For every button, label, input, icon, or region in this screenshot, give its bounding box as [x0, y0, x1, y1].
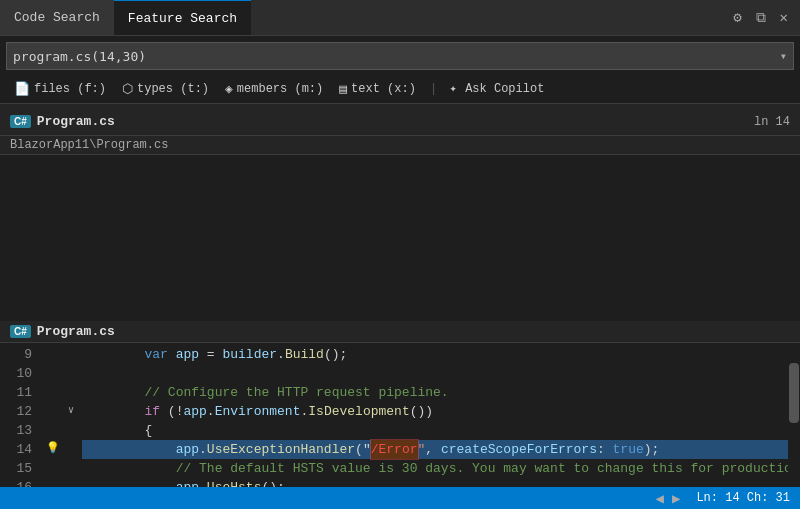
- code-token: (!: [160, 402, 183, 421]
- code-token: .: [277, 345, 285, 364]
- close-icon[interactable]: ✕: [776, 7, 792, 28]
- code-file-name: Program.cs: [37, 324, 115, 339]
- text-icon: ▤: [339, 81, 347, 97]
- code-token: IsDevelopment: [308, 402, 409, 421]
- code-token: ();: [324, 345, 347, 364]
- code-token: Environment: [215, 402, 301, 421]
- code-line: app.UseExceptionHandler("/Error", create…: [82, 440, 788, 459]
- code-token: createScopeForErrors: [441, 440, 597, 459]
- search-input[interactable]: [13, 49, 780, 64]
- code-token: app: [176, 345, 199, 364]
- tab-code-search[interactable]: Code Search: [0, 0, 114, 35]
- empty-results-space: [0, 155, 800, 321]
- types-icon: ⬡: [122, 81, 133, 97]
- code-token: ,: [425, 440, 441, 459]
- gutter-cell[interactable]: 💡: [42, 438, 64, 457]
- code-token: .: [199, 440, 207, 459]
- gutter-cell: [42, 457, 64, 476]
- nav-next-button[interactable]: ▶: [670, 488, 682, 509]
- code-line: // The default HSTS value is 30 days. Yo…: [82, 459, 788, 478]
- code-token: app: [183, 402, 206, 421]
- code-token: (": [355, 440, 371, 459]
- code-token: [168, 345, 176, 364]
- title-bar: Code Search Feature Search ⚙ ⧉ ✕: [0, 0, 800, 36]
- filter-text[interactable]: ▤ text (x:): [333, 79, 422, 99]
- code-token: :: [597, 440, 613, 459]
- code-token: UseHsts: [207, 478, 262, 487]
- arrow-cell: [64, 381, 78, 400]
- title-bar-actions: ⚙ ⧉ ✕: [729, 0, 800, 35]
- arrow-cell: [64, 457, 78, 476]
- filter-files[interactable]: 📄 files (f:): [8, 79, 112, 99]
- cs-badge: C#: [10, 115, 31, 128]
- code-line: if (!app.Environment.IsDevelopment()): [82, 402, 788, 421]
- code-cs-badge: C#: [10, 325, 31, 338]
- gutter-col: 💡: [42, 343, 64, 487]
- arrow-cell: [64, 476, 78, 487]
- gutter-cell: [42, 381, 64, 400]
- code-token: ": [418, 440, 426, 459]
- arrow-col: ∨: [64, 343, 78, 487]
- code-token: builder: [222, 345, 277, 364]
- arrow-cell: [64, 362, 78, 381]
- gutter-cell: [42, 362, 64, 381]
- gutter-cell: [42, 476, 64, 487]
- code-token: var: [144, 345, 167, 364]
- code-token: Build: [285, 345, 324, 364]
- code-token: ()): [410, 402, 433, 421]
- code-token: // The default HSTS value is 30 days. Yo…: [176, 459, 788, 478]
- nav-arrows: ◀ ▶: [654, 488, 683, 509]
- filter-types[interactable]: ⬡ types (t:): [116, 79, 215, 99]
- results-area: C# Program.cs ln 14 BlazorApp11\Program.…: [0, 104, 800, 155]
- result-file-path: BlazorApp11\Program.cs: [0, 136, 800, 155]
- code-token: .: [300, 402, 308, 421]
- filter-members[interactable]: ◈ members (m:): [219, 79, 329, 99]
- code-line: [82, 364, 788, 383]
- code-token: app: [176, 478, 199, 487]
- gutter-cell: [42, 400, 64, 419]
- scrollbar-thumb[interactable]: [789, 363, 799, 423]
- gutter-cell: [42, 343, 64, 362]
- files-icon: 📄: [14, 81, 30, 97]
- search-bar-container: ▾: [6, 42, 794, 70]
- code-line: {: [82, 421, 788, 440]
- copilot-icon: ✦: [445, 81, 461, 97]
- code-token: .: [207, 402, 215, 421]
- result-file-header: C# Program.cs ln 14: [0, 108, 800, 136]
- filter-bar: 📄 files (f:) ⬡ types (t:) ◈ members (m:)…: [0, 74, 800, 104]
- code-content: var app = builder.Build(); // Configure …: [78, 343, 788, 487]
- code-token: // Configure the HTTP request pipeline.: [144, 383, 448, 402]
- code-token: if: [144, 402, 160, 421]
- arrow-cell: [64, 419, 78, 438]
- code-token: ();: [261, 478, 284, 487]
- tab-feature-search[interactable]: Feature Search: [114, 0, 251, 35]
- code-line: var app = builder.Build();: [82, 345, 788, 364]
- maximize-icon[interactable]: ⧉: [752, 8, 770, 28]
- code-token: =: [199, 345, 222, 364]
- result-file-name: Program.cs: [37, 114, 115, 129]
- ask-copilot-button[interactable]: ✦ Ask Copilot: [445, 81, 544, 97]
- code-file-header: C# Program.cs: [0, 321, 800, 343]
- code-token: true: [613, 440, 644, 459]
- search-options-icon[interactable]: ▾: [780, 49, 787, 64]
- scrollbar-track[interactable]: [788, 343, 800, 487]
- app-container: Code Search Feature Search ⚙ ⧉ ✕ ▾ 📄 fil…: [0, 0, 800, 509]
- code-token: .: [199, 478, 207, 487]
- filter-separator: |: [430, 82, 437, 96]
- code-token: UseExceptionHandler: [207, 440, 355, 459]
- gutter-cell: [42, 419, 64, 438]
- code-token: app: [176, 440, 199, 459]
- members-icon: ◈: [225, 81, 233, 97]
- code-token: /Error: [371, 440, 418, 459]
- code-section: C# Program.cs 910111213141516171819 💡 ∨ …: [0, 321, 800, 487]
- nav-prev-button[interactable]: ◀: [654, 488, 666, 509]
- settings-icon[interactable]: ⚙: [729, 7, 745, 28]
- code-token: );: [644, 440, 660, 459]
- code-token: {: [144, 421, 152, 440]
- status-bar: ◀ ▶ Ln: 14 Ch: 31: [0, 487, 800, 509]
- code-line: // Configure the HTTP request pipeline.: [82, 383, 788, 402]
- result-header-left: C# Program.cs: [10, 114, 115, 129]
- arrow-cell: ∨: [64, 400, 78, 419]
- code-area: 910111213141516171819 💡 ∨ var app = buil…: [0, 343, 800, 487]
- arrow-cell: [64, 343, 78, 362]
